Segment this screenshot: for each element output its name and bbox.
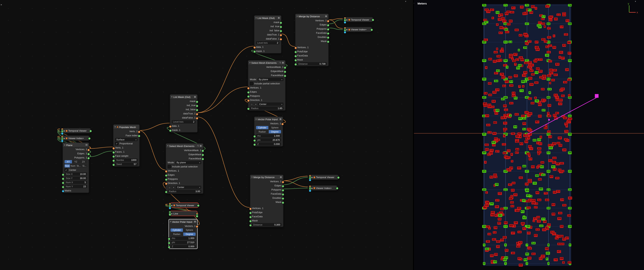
input-socket[interactable]	[294, 46, 297, 49]
output-socket[interactable]	[202, 149, 204, 152]
value-field[interactable]: Radius3.00	[168, 190, 202, 193]
collapse-arrow-icon[interactable]: ▾	[256, 17, 257, 19]
input-socket[interactable]	[62, 185, 64, 188]
input-socket[interactable]	[165, 190, 168, 193]
output-socket[interactable]	[284, 70, 286, 73]
collapse-arrow-icon[interactable]: ▾	[171, 95, 172, 98]
node-vi3[interactable]: ▸Viewer Index+	[344, 27, 372, 32]
output-socket[interactable]	[87, 157, 90, 159]
output-socket[interactable]	[89, 129, 92, 132]
panel-divider[interactable]	[413, 0, 414, 270]
input-socket[interactable]	[253, 135, 256, 138]
input-socket[interactable]	[247, 107, 250, 110]
toggle-button[interactable]: Radian	[170, 233, 183, 236]
input-socket[interactable]	[294, 55, 297, 57]
mode-dropdown[interactable]: By plane▾	[258, 78, 284, 81]
value-field[interactable]: Seed57	[115, 163, 138, 166]
collapse-arrow-icon[interactable]: ▸	[171, 204, 172, 207]
center-dropdown[interactable]: Center▾	[176, 186, 202, 189]
toggle-button[interactable]: Sphere	[269, 126, 281, 129]
input-socket[interactable]	[344, 31, 346, 34]
input-socket[interactable]	[253, 46, 256, 49]
center-dropdown[interactable]: Center▾	[258, 102, 284, 105]
output-socket[interactable]	[281, 122, 284, 125]
output-socket[interactable]	[196, 117, 198, 119]
input-socket[interactable]	[112, 155, 115, 158]
output-socket[interactable]	[327, 32, 330, 35]
input-socket[interactable]	[168, 245, 170, 248]
input-socket[interactable]	[168, 241, 170, 244]
axis-icon-button[interactable]: ◇	[250, 102, 254, 105]
input-socket[interactable]	[294, 63, 297, 66]
collapse-arrow-icon[interactable]: ▾	[64, 144, 65, 146]
output-socket[interactable]	[88, 137, 91, 140]
input-socket[interactable]	[112, 159, 115, 162]
collapse-arrow-icon[interactable]: ▸	[64, 137, 65, 140]
output-socket[interactable]	[280, 34, 282, 36]
input-socket[interactable]	[62, 173, 64, 176]
input-socket[interactable]	[112, 147, 115, 150]
value-field[interactable]: Numbe1000	[115, 159, 138, 162]
viewport-3d-panel[interactable]: 0123456789101112131415161718192021222324…	[414, 0, 644, 270]
output-socket[interactable]	[372, 18, 374, 21]
input-socket[interactable]	[168, 206, 171, 209]
output-socket[interactable]	[282, 197, 284, 200]
input-socket[interactable]	[168, 213, 171, 216]
collapse-arrow-icon[interactable]: ▸	[312, 176, 313, 179]
node-editor-panel[interactable]: ▸Temporal Viewer▸Viewer Index+▾PlaneVert…	[0, 0, 413, 270]
wrench-icon[interactable]	[325, 15, 327, 17]
dropdown-icon-button[interactable]: ▾	[254, 102, 258, 105]
input-socket[interactable]	[249, 207, 252, 210]
collapse-arrow-icon[interactable]: ▸	[64, 129, 65, 132]
toggle-button[interactable]: Cylinder	[170, 229, 183, 232]
node-header[interactable]: ▾Vector Polar Input	[254, 117, 283, 121]
input-socket[interactable]	[249, 211, 252, 214]
output-socket[interactable]	[327, 36, 330, 39]
node-header[interactable]: ▾Vector Polar Input	[169, 219, 197, 224]
input-socket[interactable]	[62, 181, 64, 184]
editor-corner-arrow[interactable]: ▸	[1, 3, 2, 6]
checkbox[interactable]	[168, 165, 171, 168]
input-socket[interactable]	[165, 182, 168, 185]
value-field[interactable]: Size X10.00	[64, 173, 87, 176]
toggle-button[interactable]: ZX	[80, 160, 87, 163]
dropdown-icon-button[interactable]: ▾	[172, 186, 176, 189]
node-header[interactable]: ▾Select Mesh Elements⇅	[166, 144, 203, 148]
output-socket[interactable]	[87, 148, 90, 151]
node-header[interactable]: ▾List Mask (Out)	[254, 16, 281, 20]
wrench-icon[interactable]	[200, 145, 202, 147]
output-socket[interactable]	[196, 104, 198, 107]
node-tv4[interactable]: ▸Temporal Viewer	[310, 175, 339, 180]
viewport-menu-chevron-icon[interactable]: ▾	[635, 0, 636, 3]
value-field[interactable]: phi20.670	[256, 138, 281, 141]
toggle-button[interactable]: XY	[64, 160, 72, 163]
output-socket[interactable]	[138, 130, 140, 133]
wrench-icon[interactable]	[278, 17, 280, 19]
input-socket[interactable]	[165, 174, 168, 177]
input-socket[interactable]	[253, 143, 256, 146]
output-socket[interactable]	[284, 66, 286, 69]
input-socket[interactable]	[249, 224, 252, 226]
checkbox[interactable]: ✓	[115, 142, 118, 145]
node-header[interactable]: ▾Plane	[63, 143, 89, 147]
output-socket[interactable]	[284, 74, 286, 77]
input-socket[interactable]	[169, 125, 172, 128]
value-field[interactable]: Radius1.65	[250, 107, 284, 110]
value-field[interactable]: Z0.000	[170, 245, 196, 248]
input-socket[interactable]	[62, 177, 64, 180]
output-socket[interactable]	[196, 108, 198, 111]
wrench-icon[interactable]	[194, 96, 196, 98]
display-toggle-icon[interactable]	[86, 144, 88, 146]
wrench-icon[interactable]	[280, 176, 282, 178]
output-socket[interactable]	[196, 225, 198, 228]
toggle-button[interactable]: Si...	[82, 164, 87, 167]
node-tv-left[interactable]: ▸Temporal Viewer	[62, 128, 91, 133]
collapse-arrow-icon[interactable]: ▸	[312, 186, 313, 189]
input-socket[interactable]	[247, 99, 250, 102]
wrench-icon[interactable]	[194, 220, 196, 222]
input-socket[interactable]	[249, 215, 252, 218]
input-socket[interactable]	[61, 139, 64, 142]
output-socket[interactable]	[327, 24, 330, 27]
input-socket[interactable]	[62, 190, 64, 192]
input-socket[interactable]	[253, 50, 256, 53]
